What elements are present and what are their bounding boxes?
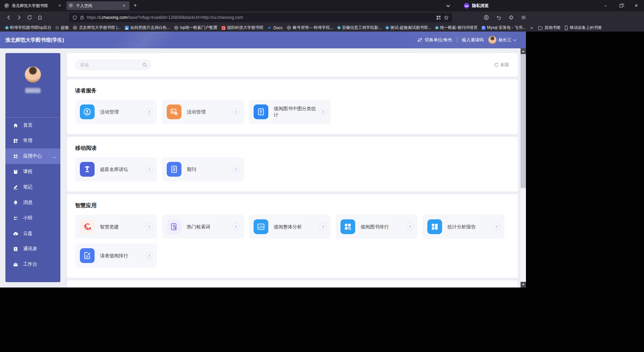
user-avatar[interactable] <box>488 36 496 44</box>
refresh-button[interactable]: 刷新 <box>494 62 509 68</box>
circle-site-icon <box>55 26 59 30</box>
app-card[interactable]: 借阅整体分析 <box>249 215 331 239</box>
app-card[interactable]: 借阅图书排行 <box>336 215 418 239</box>
chevron-right-icon[interactable] <box>232 108 240 116</box>
chevron-right-icon[interactable] <box>319 223 327 230</box>
user-menu[interactable]: 杨长江 <box>488 36 516 44</box>
sidebar-item-app-center[interactable]: 应用中心 → <box>5 148 60 164</box>
sidebar-item-workbench[interactable]: 工作台 <box>5 257 60 272</box>
bookmark-item[interactable]: 蚌埠学院图书馆lsp后台 <box>3 24 53 31</box>
list-all-tabs-button[interactable] <box>444 2 452 9</box>
blue-doc-icon <box>482 26 485 30</box>
chevron-right-icon[interactable] <box>146 223 153 230</box>
diamond-site-icon <box>435 26 439 30</box>
search-panel: 刷新 <box>67 53 518 77</box>
home-button[interactable] <box>35 13 45 22</box>
search-box[interactable] <box>75 60 151 70</box>
sidebar-item-notes[interactable]: 笔记 <box>5 179 60 195</box>
globe-icon <box>174 26 178 30</box>
mobile-bookmarks-button[interactable]: 移动设备上的书签 <box>562 24 604 31</box>
bookmark-item[interactable]: 北京师范大学图书馆 |... <box>71 24 122 31</box>
scrollbar-thumb[interactable] <box>521 54 526 188</box>
app-card[interactable]: 超星名师讲坛 <box>75 157 157 181</box>
section-smart-apps: 智慧应用 智慧党建 热门检索词 <box>67 194 518 278</box>
minimize-button[interactable]: − <box>598 0 613 11</box>
sidebar-item-frequent[interactable]: 常用 <box>5 133 60 148</box>
scroll-down-button[interactable] <box>521 282 526 288</box>
bookmark-item[interactable]: 测试-超微测试图书馆... <box>384 24 433 31</box>
app-card[interactable]: 期刊 <box>162 157 244 181</box>
search-input[interactable] <box>80 62 142 68</box>
menu-icon[interactable] <box>519 13 528 22</box>
bookmark-item[interactable]: 账号管理--- 蚌埠学院... <box>285 24 335 31</box>
bookmark-item[interactable]: lsp统一检索门户配置 <box>172 24 219 31</box>
page-scrollbar[interactable] <box>521 48 526 288</box>
bookmark-item[interactable]: 安徽信息工程学院新... <box>335 24 384 31</box>
bookmarks-overflow-button[interactable]: » <box>528 25 536 30</box>
forward-button[interactable] <box>14 13 24 22</box>
bookmark-item[interactable]: Mysql 安装包 - 飞书... <box>480 24 528 31</box>
invite-code-button[interactable]: 输入邀请码 <box>462 37 484 43</box>
app-card[interactable]: 借阅图书中图分类统计 <box>249 100 331 124</box>
url-bar[interactable]: https://i.chaoxing.com/base?vflag=true&f… <box>69 13 452 22</box>
app-card[interactable]: 读者借阅排行 <box>75 244 157 268</box>
tab-close-icon[interactable]: × <box>121 3 127 9</box>
app-card[interactable]: 热门检索词 <box>162 215 244 239</box>
page-title: 淮北师范大学图书馆(学生) <box>5 37 64 43</box>
sidebar-item-contacts[interactable]: 通讯录 <box>5 241 60 257</box>
search-icon[interactable] <box>142 62 147 68</box>
app-card[interactable]: 活动管理 <box>75 100 157 124</box>
sidebar-avatar[interactable] <box>25 67 41 83</box>
restore-button[interactable] <box>613 0 629 11</box>
globe-icon <box>73 26 77 30</box>
url-text: https://i.chaoxing.com/base?vflag=true&f… <box>87 15 433 20</box>
sidebar-item-groups[interactable]: 小组 <box>5 210 60 226</box>
other-bookmarks-button[interactable]: 其他书签 <box>536 24 562 31</box>
contacts-icon <box>13 246 18 252</box>
bookmark-item[interactable]: 国防科技大学图书馆 <box>219 24 265 31</box>
shield-icon[interactable] <box>72 15 77 20</box>
page-header: 淮北师范大学图书馆(学生) 切换单位/角色 输入邀请码 杨长江 <box>0 32 526 48</box>
bookmark-star-icon[interactable] <box>444 15 449 20</box>
party-emblem-icon <box>83 222 92 231</box>
sidebar-item-cloud-drive[interactable]: 云盘 <box>5 226 60 241</box>
new-tab-button[interactable]: + <box>131 1 140 10</box>
tab-personal-space[interactable]: 个人空间 × <box>66 1 129 10</box>
qr-code-icon[interactable] <box>436 15 441 20</box>
switch-unit-button[interactable]: 切换单位/角色 <box>417 37 452 43</box>
chevron-right-icon[interactable] <box>146 166 153 173</box>
header-actions: 切换单位/角色 输入邀请码 杨长江 <box>417 36 516 44</box>
pencil-icon <box>13 184 18 190</box>
tab-close-icon[interactable]: × <box>57 3 63 9</box>
chevron-right-icon[interactable] <box>493 223 500 230</box>
app-card[interactable]: 活动管理 <box>162 100 244 124</box>
chevron-right-icon[interactable] <box>232 166 240 173</box>
sidebar-item-messages[interactable]: 消息 <box>5 195 60 210</box>
app-card[interactable]: 统计分析报告 <box>423 215 504 239</box>
app-card[interactable]: 智慧党建 <box>75 215 157 239</box>
undo-history-icon[interactable] <box>494 13 503 22</box>
chevron-right-icon[interactable] <box>406 223 414 230</box>
bookmark-item[interactable]: 如何把图片去掉白色... <box>123 24 172 31</box>
bookmark-item[interactable]: 超微 <box>53 24 71 31</box>
reload-button[interactable] <box>25 13 34 22</box>
bookmark-item[interactable]: Docs <box>265 25 284 31</box>
account-icon[interactable] <box>482 13 491 22</box>
bookmark-item[interactable]: 统一检索-期刊详情页 <box>433 24 480 31</box>
back-button[interactable] <box>4 13 13 22</box>
lock-icon[interactable] <box>80 15 84 20</box>
briefcase-icon <box>13 262 18 267</box>
section-title: 读者服务 <box>75 87 506 94</box>
private-browsing-badge: 隐私浏览 <box>464 2 489 10</box>
sidebar-item-home[interactable]: 首页 <box>5 118 60 133</box>
chevron-right-icon[interactable] <box>319 108 327 116</box>
close-window-button[interactable]: × <box>629 0 644 11</box>
tab-library[interactable]: 淮北师范大学图书馆 × <box>2 1 65 10</box>
chevron-right-icon[interactable] <box>146 252 153 259</box>
chevron-right-icon[interactable] <box>232 223 240 230</box>
scroll-up-button[interactable] <box>521 48 526 54</box>
sidebar-item-courses[interactable]: 课程 <box>5 164 60 179</box>
docs-bird-icon <box>267 26 272 30</box>
extensions-icon[interactable] <box>506 13 516 22</box>
chevron-right-icon[interactable] <box>146 108 153 116</box>
